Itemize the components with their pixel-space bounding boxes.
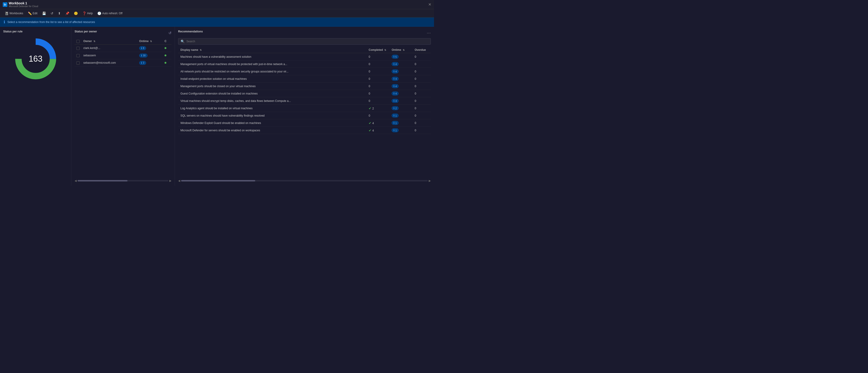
overdue-col-header[interactable]: Overdue <box>412 47 431 53</box>
rec-ontime-badge: ℹ 4 <box>392 62 399 66</box>
rec-ontime-cell: ℹ 4 <box>390 90 412 97</box>
rec-display-name: Virtual machines should encrypt temp dis… <box>178 97 366 105</box>
scroll-right-arrow[interactable]: ▶ <box>169 179 172 182</box>
row-checkbox[interactable] <box>76 61 80 65</box>
completed-count: 0 <box>369 99 370 103</box>
ontime-sort-icon: ⇅ <box>150 40 152 42</box>
rec-table-row[interactable]: Install endpoint protection solution on … <box>178 75 431 82</box>
completed-sort-icon: ⇅ <box>384 49 386 51</box>
workbooks-button[interactable]: 📓 Workbooks <box>3 10 25 16</box>
rec-display-name: Log Analytics agent should be installed … <box>178 105 366 112</box>
rec-overdue-cell: 0 <box>412 120 431 127</box>
owner-col-header[interactable]: Owner ⇅ <box>82 38 137 44</box>
owner-refresh-icon[interactable]: ↺ <box>168 31 172 35</box>
page-subtitle: Microsoft Defender for Cloud <box>9 5 38 8</box>
refresh-button[interactable]: ↺ <box>49 10 55 16</box>
title-block: Workbook 1 Microsoft Defender for Cloud <box>9 1 38 8</box>
owner-table-row[interactable]: sebassem@microsoft.com ℹ 3 <box>74 59 172 66</box>
rec-table-row[interactable]: All network ports should be restricted o… <box>178 68 431 75</box>
clock-icon: 🕐 <box>97 11 101 15</box>
rec-overdue-cell: 0 <box>412 90 431 97</box>
top-bar: Workbook 1 Microsoft Defender for Cloud … <box>0 0 434 9</box>
rec-table-row[interactable]: Windows Defender Exploit Guard should be… <box>178 120 431 127</box>
rec-overdue-cell: 0 <box>412 75 431 82</box>
display-name-col-header[interactable]: Display name ⇅ <box>178 47 366 53</box>
rec-ontime-badge: ℹ 4 <box>392 99 399 103</box>
owner-sort-icon: ⇅ <box>93 40 95 42</box>
rec-table-row[interactable]: Machines should have a vulnerability ass… <box>178 53 431 61</box>
status-per-owner-panel: Status per owner ↺ Owner ⇅ Ontime ⇅ C <box>71 27 175 185</box>
completed-count: 4 <box>372 129 374 132</box>
help-button[interactable]: ❓ Help <box>81 10 95 16</box>
rec-display-name: Microsoft Defender for servers should be… <box>178 127 366 134</box>
owner-table: Owner ⇅ Ontime ⇅ C clark.kent@... ℹ 8 <box>74 38 172 67</box>
refresh-icon: ↺ <box>51 11 53 15</box>
rec-display-name: Machines should have a vulnerability ass… <box>178 53 366 61</box>
rec-ontime-badge: ℹ 4 <box>392 84 399 88</box>
upload-button[interactable]: ⬆ <box>56 10 63 16</box>
row-checkbox[interactable] <box>76 47 80 50</box>
workbook-icon <box>3 2 7 7</box>
rec-scroll-left-arrow[interactable]: ◀ <box>178 179 180 182</box>
owner-row-checkbox-cell <box>74 52 82 59</box>
rec-scroll-right-arrow[interactable]: ▶ <box>429 179 431 182</box>
rec-table-row[interactable]: SQL servers on machines should have vuln… <box>178 112 431 120</box>
owner-table-row[interactable]: sebassem ℹ 30 <box>74 52 172 59</box>
completion-dot <box>164 55 166 56</box>
rec-table-row[interactable]: Guest Configuration extension should be … <box>178 90 431 97</box>
emoji-button[interactable]: 🙂 <box>72 10 80 16</box>
ontime-badge-icon: ℹ <box>141 54 142 57</box>
workbooks-icon: 📓 <box>5 11 8 15</box>
scrollbar-track[interactable] <box>78 180 168 181</box>
rec-ontime-cell: ℹ 4 <box>390 68 412 75</box>
owner-ontime-cell: ℹ 8 <box>137 44 163 52</box>
svg-rect-3 <box>4 5 6 5</box>
rec-table-row[interactable]: Management ports of virtual machines sho… <box>178 61 431 68</box>
rec-table-row[interactable]: Management ports should be closed on you… <box>178 82 431 90</box>
scroll-left-arrow[interactable]: ◀ <box>74 179 76 182</box>
rec-ontime-badge-icon: ℹ <box>394 122 395 125</box>
more-options-icon[interactable]: ⋯ <box>427 30 431 35</box>
owner-name-cell: sebassem@microsoft.com <box>82 59 137 66</box>
owner-table-header: Owner ⇅ Ontime ⇅ C <box>74 38 172 44</box>
rec-table-row[interactable]: Virtual machines should encrypt temp dis… <box>178 97 431 105</box>
header-checkbox[interactable] <box>76 40 80 43</box>
recommendations-table-wrap[interactable]: Display name ⇅ Completed ⇅ Ontime ⇅ Ov <box>178 47 431 178</box>
owner-row-checkbox-cell <box>74 59 82 66</box>
rec-ontime-badge-icon: ℹ <box>394 84 395 88</box>
ontime-rec-col-header[interactable]: Ontime ⇅ <box>390 47 412 53</box>
rec-ontime-badge-icon: ℹ <box>394 70 395 73</box>
c-col-header[interactable]: C <box>163 38 172 44</box>
rec-overdue-cell: 0 <box>412 97 431 105</box>
search-input[interactable] <box>186 40 428 43</box>
pin-icon: 📌 <box>65 11 69 15</box>
status-per-rule-title: Status per rule <box>3 30 68 33</box>
completed-col-header[interactable]: Completed ⇅ <box>366 47 390 53</box>
close-icon[interactable]: ✕ <box>428 3 431 6</box>
owner-table-row[interactable]: clark.kent@... ℹ 8 <box>74 44 172 52</box>
auto-refresh-button[interactable]: 🕐 Auto refresh: Off <box>95 10 124 16</box>
info-message: Select a recommendation from the list to… <box>7 21 95 24</box>
rec-table-row[interactable]: Log Analytics agent should be installed … <box>178 105 431 112</box>
completed-count: 0 <box>369 63 370 66</box>
toolbar: 📓 Workbooks ✏️ Edit 💾 ↺ ⬆ 📌 🙂 ❓ Help 🕐 A… <box>0 9 434 18</box>
rec-completed-cell: 0 <box>366 97 390 105</box>
rec-scroll-track[interactable] <box>181 180 428 181</box>
owner-c-cell <box>163 44 172 52</box>
rec-table-row[interactable]: Microsoft Defender for servers should be… <box>178 127 431 134</box>
rec-ontime-badge-icon: ℹ <box>394 77 395 80</box>
info-icon: ℹ <box>4 20 5 24</box>
edit-button[interactable]: ✏️ Edit <box>26 10 39 16</box>
row-checkbox[interactable] <box>76 54 80 57</box>
rec-bottom-scrollbar: ◀ ▶ <box>178 178 431 182</box>
owner-ontime-cell: ℹ 30 <box>137 52 163 59</box>
save-button[interactable]: 💾 <box>40 10 48 16</box>
donut-chart: 163 <box>13 36 59 82</box>
rec-ontime-badge-icon: ℹ <box>394 92 395 95</box>
emoji-icon: 🙂 <box>74 11 78 15</box>
rec-completed-cell: ✔2 <box>366 105 390 112</box>
pin-button[interactable]: 📌 <box>63 10 71 16</box>
rec-ontime-cell: ℹ 4 <box>390 75 412 82</box>
ontime-col-header[interactable]: Ontime ⇅ <box>137 38 163 44</box>
rec-overdue-cell: 0 <box>412 61 431 68</box>
